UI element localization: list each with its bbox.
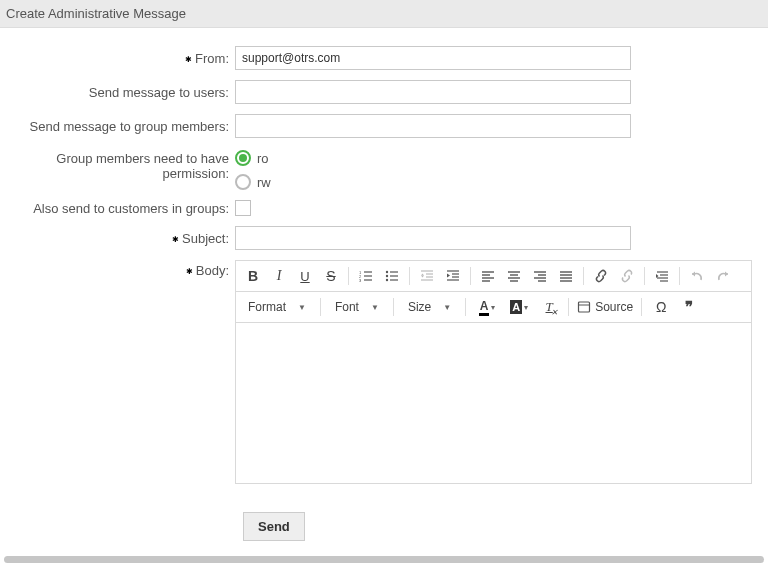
row-permission: Group members need to have permission: r…	[0, 148, 760, 190]
bullet-list-icon[interactable]	[381, 265, 403, 287]
from-input[interactable]	[235, 46, 631, 70]
row-submit: Send	[0, 512, 760, 541]
separator	[583, 267, 584, 285]
format-label: Format	[248, 300, 286, 314]
row-subject: Subject:	[0, 226, 760, 250]
spacer	[0, 512, 243, 541]
remove-format-icon[interactable]	[651, 265, 673, 287]
separator	[470, 267, 471, 285]
chevron-down-icon: ▼	[443, 303, 451, 312]
outdent-icon	[416, 265, 438, 287]
size-label: Size	[408, 300, 431, 314]
clear-format-icon[interactable]: T✕	[538, 296, 560, 318]
size-dropdown[interactable]: Size ▼	[402, 297, 457, 317]
radio-item-rw[interactable]: rw	[235, 174, 271, 190]
align-justify-icon[interactable]	[555, 265, 577, 287]
numbered-list-icon[interactable]: 123	[355, 265, 377, 287]
label-from: From:	[0, 51, 235, 66]
unlink-icon	[616, 265, 638, 287]
align-center-icon[interactable]	[503, 265, 525, 287]
row-groups: Send message to group members:	[0, 114, 760, 138]
editor-toolbar-2: Format ▼ Font ▼ Size ▼ A▾	[236, 292, 751, 323]
groups-input[interactable]	[235, 114, 631, 138]
radio-item-ro[interactable]: ro	[235, 150, 271, 166]
format-dropdown[interactable]: Format ▼	[242, 297, 312, 317]
chevron-down-icon: ▼	[371, 303, 379, 312]
svg-marker-43	[656, 274, 659, 278]
source-icon	[577, 300, 591, 314]
svg-marker-16	[421, 274, 424, 276]
align-left-icon[interactable]	[477, 265, 499, 287]
svg-marker-45	[725, 272, 728, 277]
row-customers: Also send to customers in groups:	[0, 200, 760, 216]
radio-ro[interactable]	[235, 150, 251, 166]
indent-icon[interactable]	[442, 265, 464, 287]
row-from: From:	[0, 46, 760, 70]
editor-toolbar-1: B I U S 123	[236, 261, 751, 292]
font-dropdown[interactable]: Font ▼	[329, 297, 385, 317]
svg-marker-44	[692, 272, 695, 277]
svg-point-6	[386, 271, 388, 273]
field-body: B I U S 123	[235, 260, 752, 484]
omega-icon[interactable]: Ω	[650, 296, 672, 318]
svg-marker-17	[421, 276, 424, 278]
svg-point-8	[386, 279, 388, 281]
body-textarea[interactable]	[236, 323, 751, 483]
permission-radio-group: ro rw	[235, 148, 271, 190]
radio-rw[interactable]	[235, 174, 251, 190]
field-groups	[235, 114, 631, 138]
users-input[interactable]	[235, 80, 631, 104]
horizontal-scrollbar[interactable]	[4, 556, 764, 563]
separator	[320, 298, 321, 316]
row-body: Body: B I U S 123	[0, 260, 760, 484]
field-subject	[235, 226, 631, 250]
font-label: Font	[335, 300, 359, 314]
undo-icon	[686, 265, 708, 287]
quote-icon[interactable]: ❞	[678, 296, 700, 318]
separator	[393, 298, 394, 316]
italic-icon[interactable]: I	[268, 265, 290, 287]
field-customers	[235, 200, 251, 216]
svg-point-7	[386, 275, 388, 277]
source-button[interactable]: Source	[577, 300, 633, 314]
align-right-icon[interactable]	[529, 265, 551, 287]
label-subject: Subject:	[0, 231, 235, 246]
text-color-icon[interactable]: A▾	[474, 296, 500, 318]
redo-icon	[712, 265, 734, 287]
separator	[641, 298, 642, 316]
field-users	[235, 80, 631, 104]
svg-rect-46	[579, 302, 590, 312]
panel-title: Create Administrative Message	[6, 6, 186, 21]
label-users: Send message to users:	[0, 85, 235, 100]
label-body: Body:	[0, 260, 235, 278]
form: From: Send message to users: Send messag…	[0, 28, 768, 541]
panel-header: Create Administrative Message	[0, 0, 768, 28]
link-icon[interactable]	[590, 265, 612, 287]
radio-rw-label: rw	[257, 175, 271, 190]
strikethrough-icon[interactable]: S	[320, 265, 342, 287]
field-from	[235, 46, 631, 70]
subject-input[interactable]	[235, 226, 631, 250]
source-label: Source	[595, 300, 633, 314]
separator	[644, 267, 645, 285]
bg-color-icon[interactable]: A▾	[506, 296, 532, 318]
rich-text-editor: B I U S 123	[235, 260, 752, 484]
separator	[348, 267, 349, 285]
customers-checkbox[interactable]	[235, 200, 251, 216]
row-users: Send message to users:	[0, 80, 760, 104]
label-permission: Group members need to have permission:	[0, 148, 235, 181]
send-button[interactable]: Send	[243, 512, 305, 541]
radio-ro-label: ro	[257, 151, 269, 166]
label-groups: Send message to group members:	[0, 119, 235, 134]
separator	[465, 298, 466, 316]
separator	[409, 267, 410, 285]
underline-icon[interactable]: U	[294, 265, 316, 287]
svg-text:3: 3	[359, 278, 362, 283]
chevron-down-icon: ▼	[298, 303, 306, 312]
separator	[568, 298, 569, 316]
bold-icon[interactable]: B	[242, 265, 264, 287]
svg-marker-22	[447, 274, 450, 278]
label-customers: Also send to customers in groups:	[0, 201, 235, 216]
separator	[679, 267, 680, 285]
